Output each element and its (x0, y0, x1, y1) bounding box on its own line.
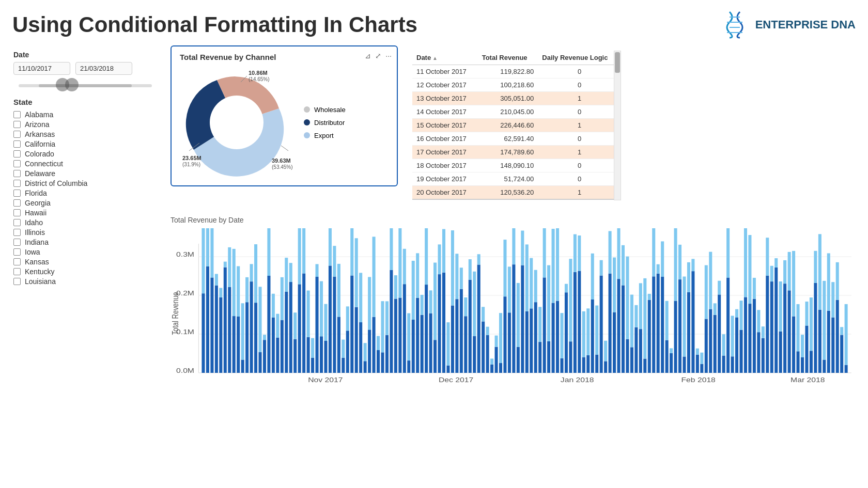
bar-dark[interactable] (604, 361, 607, 373)
bar-dark[interactable] (350, 275, 353, 373)
bar-light[interactable] (451, 230, 454, 305)
bar-light[interactable] (394, 275, 397, 298)
bar-dark[interactable] (648, 300, 651, 373)
bar-dark[interactable] (586, 355, 590, 373)
bar-light[interactable] (670, 348, 673, 353)
bar-dark[interactable] (210, 277, 213, 373)
bar-dark[interactable] (574, 272, 577, 373)
bar-dark[interactable] (263, 340, 266, 373)
bar-dark[interactable] (254, 303, 257, 373)
bar-dark[interactable] (726, 278, 730, 373)
state-item-florida[interactable]: Florida (13, 189, 157, 197)
bar-dark[interactable] (525, 311, 529, 373)
bar-dark[interactable] (547, 341, 550, 373)
bar-dark[interactable] (258, 352, 261, 373)
table-row[interactable]: 12 October 2017100,218.600 (412, 78, 621, 92)
bar-light[interactable] (674, 228, 677, 301)
bar-dark[interactable] (446, 366, 450, 373)
table-row[interactable]: 13 October 2017305,051.001 (412, 92, 621, 105)
bar-light[interactable] (543, 228, 546, 277)
state-checkbox[interactable] (13, 111, 21, 118)
bar-dark[interactable] (455, 299, 458, 373)
bar-dark[interactable] (753, 299, 756, 373)
bar-light[interactable] (324, 304, 327, 341)
bar-light[interactable] (350, 228, 353, 275)
state-checkbox[interactable] (13, 239, 21, 246)
bar-light[interactable] (586, 308, 590, 355)
bar-dark[interactable] (233, 316, 236, 373)
table-row[interactable]: 19 October 201751,724.000 (412, 172, 621, 186)
bar-light[interactable] (661, 241, 664, 277)
bar-dark[interactable] (700, 364, 703, 373)
bar-light[interactable] (565, 284, 568, 293)
bar-dark[interactable] (766, 276, 769, 373)
bar-light[interactable] (455, 254, 458, 299)
expand-icon[interactable]: ⤢ (375, 52, 381, 60)
bar-dark[interactable] (429, 313, 432, 373)
bar-dark[interactable] (337, 317, 340, 373)
bar-dark[interactable] (762, 338, 765, 373)
bar-dark[interactable] (801, 357, 804, 373)
state-checkbox[interactable] (13, 170, 21, 177)
bar-light[interactable] (302, 228, 305, 273)
bar-light[interactable] (735, 309, 738, 318)
bar-dark[interactable] (490, 365, 493, 373)
bar-light[interactable] (827, 253, 830, 310)
bar-dark[interactable] (425, 285, 428, 373)
bar-dark[interactable] (840, 335, 843, 373)
bar-dark[interactable] (578, 271, 581, 373)
bar-light[interactable] (709, 252, 712, 309)
state-checkbox[interactable] (13, 150, 21, 158)
bar-dark[interactable] (613, 312, 616, 373)
bar-dark[interactable] (609, 274, 612, 373)
state-checkbox[interactable] (13, 180, 21, 187)
bar-light[interactable] (639, 283, 642, 329)
bar-light[interactable] (267, 228, 270, 276)
bar-dark[interactable] (512, 264, 515, 373)
bar-dark[interactable] (473, 336, 476, 373)
bar-dark[interactable] (556, 301, 559, 373)
bar-dark[interactable] (219, 297, 222, 373)
bar-dark[interactable] (482, 321, 485, 373)
col-revenue[interactable]: Total Revenue (478, 51, 538, 65)
bar-dark[interactable] (355, 307, 358, 373)
bar-dark[interactable] (442, 273, 445, 373)
bar-light[interactable] (245, 277, 249, 302)
state-checkbox[interactable] (13, 268, 21, 275)
bar-dark[interactable] (827, 311, 830, 373)
bar-dark[interactable] (788, 290, 791, 373)
bar-dark[interactable] (735, 317, 738, 373)
bar-dark[interactable] (634, 327, 638, 373)
bar-light[interactable] (421, 295, 424, 315)
slider-thumb-right[interactable] (65, 78, 79, 91)
bar-dark[interactable] (691, 271, 694, 373)
bar-dark[interactable] (293, 339, 297, 373)
bar-dark[interactable] (245, 302, 249, 373)
date-slider-thumbs[interactable] (56, 78, 79, 91)
bar-dark[interactable] (538, 342, 541, 373)
ellipsis-icon[interactable]: ··· (385, 52, 392, 60)
bar-light[interactable] (766, 238, 769, 275)
bar-dark[interactable] (276, 338, 279, 373)
bar-light[interactable] (403, 249, 406, 284)
bar-light[interactable] (385, 301, 389, 335)
bar-light[interactable] (779, 281, 782, 332)
bar-light[interactable] (845, 304, 848, 365)
bar-light[interactable] (582, 311, 585, 357)
bar-dark[interactable] (748, 304, 751, 373)
bar-light[interactable] (556, 228, 559, 301)
bar-dark[interactable] (744, 297, 747, 373)
bar-dark[interactable] (202, 293, 205, 373)
bar-light[interactable] (307, 291, 310, 337)
bar-light[interactable] (202, 228, 205, 293)
bar-light[interactable] (613, 258, 616, 312)
bar-dark[interactable] (394, 298, 397, 373)
bar-dark[interactable] (565, 292, 568, 373)
bar-light[interactable] (517, 283, 520, 347)
bar-dark[interactable] (421, 315, 424, 373)
bar-light[interactable] (342, 340, 345, 358)
bar-light[interactable] (499, 313, 502, 363)
bar-dark[interactable] (438, 274, 441, 373)
bar-light[interactable] (691, 259, 694, 271)
bar-dark[interactable] (661, 277, 664, 373)
